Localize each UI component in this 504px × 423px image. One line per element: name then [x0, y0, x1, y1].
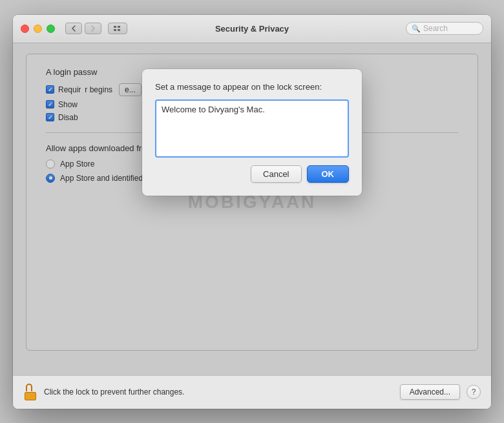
- titlebar: Security & Privacy 🔍 Search: [13, 15, 491, 43]
- lock-icon[interactable]: [23, 384, 37, 400]
- svg-rect-3: [118, 29, 120, 31]
- maximize-button[interactable]: [47, 25, 55, 33]
- svg-rect-0: [114, 26, 116, 28]
- modal-prompt: Set a message to appear on the lock scre…: [155, 82, 349, 92]
- search-box[interactable]: 🔍 Search: [406, 22, 483, 35]
- window-title: Security & Privacy: [215, 24, 289, 34]
- search-icon: 🔍: [412, 25, 421, 33]
- help-button[interactable]: ?: [467, 385, 481, 399]
- ok-button[interactable]: OK: [307, 165, 350, 183]
- cancel-button[interactable]: Cancel: [251, 165, 301, 183]
- svg-rect-2: [114, 29, 116, 31]
- modal-overlay: Set a message to appear on the lock scre…: [13, 43, 491, 375]
- bottom-bar: Click the lock to prevent further change…: [13, 375, 491, 409]
- modal-buttons: Cancel OK: [155, 165, 349, 183]
- back-button[interactable]: [65, 23, 82, 34]
- nav-buttons: [65, 23, 127, 34]
- svg-rect-1: [118, 26, 120, 28]
- minimize-button[interactable]: [34, 25, 42, 33]
- main-content: A login passw Requir r begins e... Show …: [13, 43, 491, 375]
- advanced-button[interactable]: Advanced...: [400, 384, 460, 400]
- lock-message-input[interactable]: [155, 99, 349, 158]
- lock-shackle: [26, 384, 32, 391]
- lock-text: Click the lock to prevent further change…: [44, 387, 394, 397]
- modal-dialog: Set a message to appear on the lock scre…: [142, 69, 362, 196]
- traffic-lights: [21, 25, 55, 33]
- close-button[interactable]: [21, 25, 29, 33]
- search-placeholder: Search: [423, 24, 448, 33]
- main-window: Security & Privacy 🔍 Search A login pass…: [13, 15, 491, 409]
- lock-body: [25, 392, 36, 400]
- grid-button[interactable]: [108, 23, 127, 34]
- forward-button[interactable]: [85, 23, 101, 34]
